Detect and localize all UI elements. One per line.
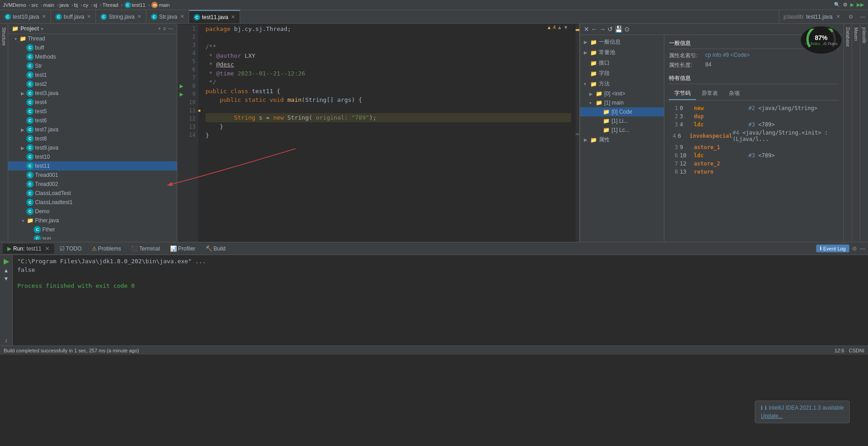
- warning-up-icon[interactable]: ▲: [557, 25, 562, 30]
- bottom-settings-btn[interactable]: ⚙: [852, 246, 857, 252]
- tree-item-test10[interactable]: C test10: [8, 152, 177, 161]
- toolbar-icon-2[interactable]: ⚙: [843, 2, 848, 8]
- breadcrumb-java[interactable]: java: [60, 2, 69, 8]
- run-play-btn[interactable]: ▶: [4, 257, 9, 266]
- sidebar-dropdown-icon[interactable]: ▾: [41, 26, 43, 31]
- bytecode-row-7[interactable]: 7 12 astore_2: [669, 160, 839, 168]
- jcl-forward-btn[interactable]: →: [599, 25, 606, 33]
- jcl-close-btn[interactable]: ✕: [584, 25, 589, 33]
- toolbar-icon-1[interactable]: 🔍: [834, 2, 840, 8]
- notification-update-link[interactable]: Update...: [761, 413, 844, 419]
- jcl-item-methods[interactable]: ▾ 📁 方法: [580, 79, 664, 89]
- tree-item-str[interactable]: C Str: [8, 61, 177, 70]
- run-up-btn[interactable]: ▲: [4, 267, 9, 274]
- tab-str[interactable]: C Str.java ✕: [146, 10, 189, 24]
- bytecode-row-4[interactable]: 4 6 invokespecial #4 <java/lang/String.<…: [669, 129, 839, 143]
- tree-item-buff[interactable]: C buff: [8, 43, 177, 52]
- tree-item-thread[interactable]: ▾ 📁 Thread: [8, 34, 177, 43]
- toolbar-icon-4[interactable]: ▶▶: [857, 2, 864, 8]
- warning-indicator[interactable]: ▲ 4 ▲ ▼: [545, 24, 570, 31]
- run-tab[interactable]: ▶ Run: test11 ✕: [3, 244, 54, 254]
- jcl-item-constants[interactable]: ▶ 📁 常量池: [580, 47, 664, 58]
- profiler-tab[interactable]: 📊 Profiler: [166, 244, 200, 254]
- bytecode-row-5[interactable]: 3 9 astore_1: [669, 143, 839, 151]
- bytecode-row-1[interactable]: 1 0 new #2 <java/lang/String>: [669, 104, 839, 112]
- jcl-refresh-btn[interactable]: ↺: [607, 25, 613, 33]
- run-arrow-9[interactable]: ▶: [177, 90, 186, 98]
- breadcrumb-cy[interactable]: cy: [83, 2, 88, 8]
- build-tab[interactable]: 🔨 Build: [201, 244, 231, 254]
- tree-item-fther[interactable]: C Fther: [8, 225, 177, 234]
- tree-item-test2[interactable]: C test2: [8, 80, 177, 89]
- jcl-item-main[interactable]: ▾ 📁 [1] main: [580, 98, 664, 107]
- jclasslib-close[interactable]: ✕: [836, 14, 840, 20]
- tree-item-test7[interactable]: ▶ C test7.java: [8, 125, 177, 134]
- maven-panel-btn[interactable]: Maven: [852, 24, 860, 242]
- bytecode-row-8[interactable]: 8 13 return: [669, 168, 839, 176]
- tab-close-test10[interactable]: ✕: [42, 14, 46, 20]
- tab-string[interactable]: C String.java ✕: [96, 10, 146, 24]
- tree-item-test9[interactable]: ▶ C test9.java: [8, 143, 177, 152]
- breadcrumb-thread[interactable]: Thread: [102, 2, 118, 8]
- tab-close-buff[interactable]: ✕: [87, 14, 91, 20]
- toolbar-icon-3[interactable]: ▶: [850, 2, 854, 8]
- problems-tab[interactable]: ⚠ Problems: [87, 244, 126, 254]
- tree-item-tread001[interactable]: C Tread001: [8, 170, 177, 180]
- bytecode-row-2[interactable]: 2 3 dup: [669, 112, 839, 120]
- tab-bytecode[interactable]: 字节码: [669, 88, 696, 100]
- database-panel-btn[interactable]: Database: [843, 24, 852, 242]
- tab-test11[interactable]: C test11.java ✕: [189, 10, 240, 24]
- tree-item-test6[interactable]: C test6: [8, 116, 177, 125]
- jcl-item-attrs[interactable]: ▶ 📁 属性: [580, 135, 664, 145]
- breadcrumb-jvmdemo[interactable]: JVMDemo: [3, 2, 26, 8]
- breadcrumb-sj[interactable]: sj: [94, 2, 97, 8]
- tree-item-test8[interactable]: C test8: [8, 134, 177, 143]
- bytecode-row-3[interactable]: 3 4 ldc #3 <789>: [669, 120, 839, 129]
- tab-close-string[interactable]: ✕: [137, 14, 141, 20]
- jcl-item-interface[interactable]: 📁 接口: [580, 58, 664, 68]
- tree-item-methods[interactable]: C Methods: [8, 52, 177, 61]
- settings-btn[interactable]: ⚙: [845, 14, 857, 20]
- event-log-btn[interactable]: ℹ Event Log: [816, 245, 849, 252]
- tab-test10[interactable]: C test10.java ✕: [0, 10, 51, 24]
- tab-close-test11[interactable]: ✕: [231, 14, 235, 20]
- tab-buff[interactable]: C buff.java ✕: [51, 10, 96, 24]
- sidebar-settings-btn[interactable]: ≡: [163, 25, 166, 32]
- classlib-panel-btn[interactable]: jclasslib: [860, 24, 868, 242]
- sidebar-add-btn[interactable]: +: [158, 25, 161, 32]
- jcl-save-btn[interactable]: 💾: [615, 25, 622, 33]
- breadcrumb-bj[interactable]: bj: [74, 2, 78, 8]
- jcl-item-li[interactable]: 📁 [1] Li...: [580, 116, 664, 125]
- tab-exception-table[interactable]: 异常表: [696, 88, 723, 100]
- jcl-item-general[interactable]: ▶ 📁 一般信息: [580, 37, 664, 47]
- run-tab-close[interactable]: ✕: [45, 246, 50, 252]
- jcl-item-lc[interactable]: 📁 [1] Lc...: [580, 125, 664, 135]
- bottom-close-btn[interactable]: —: [860, 246, 865, 252]
- todo-tab[interactable]: ☑ TODO: [55, 244, 86, 254]
- warning-down-icon[interactable]: ▼: [563, 25, 568, 30]
- tree-item-test3[interactable]: ▶ C test3.java: [8, 89, 177, 98]
- tree-item-tread002[interactable]: C Tread002: [8, 180, 177, 189]
- tree-item-test1[interactable]: C test1: [8, 70, 177, 80]
- jcl-back-btn[interactable]: ←: [591, 25, 597, 33]
- tree-item-classloadtest[interactable]: C ClassLoadTest: [8, 189, 177, 198]
- terminal-tab[interactable]: ⬛ Terminal: [126, 244, 164, 254]
- tab-misc[interactable]: 杂项: [723, 88, 745, 100]
- jcl-eye-btn[interactable]: ⊙: [624, 25, 630, 33]
- tree-item-test11[interactable]: C test11: [8, 161, 177, 170]
- tree-item-fther-java[interactable]: ▾ 📁 Fther.java: [8, 216, 177, 225]
- breadcrumb-test11[interactable]: test11: [132, 2, 146, 8]
- jcl-item-fields[interactable]: 📁 字段: [580, 68, 664, 79]
- run-arrow-8[interactable]: ▶: [177, 82, 186, 90]
- breadcrumb-main[interactable]: main: [43, 2, 54, 8]
- run-wrap-btn[interactable]: ↕: [5, 337, 8, 344]
- minimize-btn[interactable]: —: [857, 14, 868, 20]
- editor-scrollbar[interactable]: [576, 25, 579, 242]
- structure-panel[interactable]: Structure: [0, 24, 8, 242]
- sidebar-collapse-btn[interactable]: —: [168, 25, 173, 32]
- breadcrumb-src[interactable]: src: [31, 2, 38, 8]
- jcl-item-code[interactable]: 📁 [0] Code: [580, 107, 664, 116]
- run-down-btn[interactable]: ▼: [4, 276, 9, 282]
- jclasslib-tab[interactable]: jclasslib: test11.java ✕: [779, 10, 845, 24]
- tree-item-classloadtest1[interactable]: C ClassLoadtest1: [8, 198, 177, 207]
